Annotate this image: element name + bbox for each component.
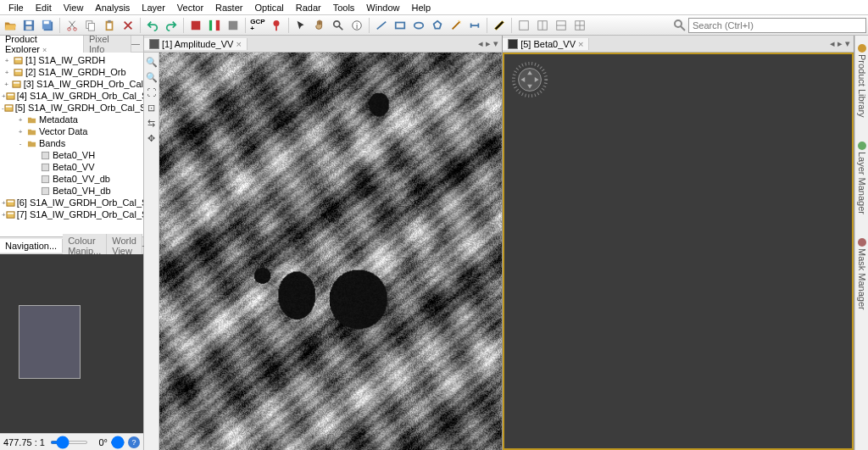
copy-icon[interactable] xyxy=(82,17,99,34)
view-menu-icon[interactable]: ▾ xyxy=(845,38,850,49)
rail-mask-manager[interactable]: Mask Manager xyxy=(856,235,868,314)
product-icon xyxy=(12,55,24,65)
pointer-icon[interactable] xyxy=(292,17,309,34)
undo-icon[interactable] xyxy=(144,17,161,34)
tree-item[interactable]: +[7] S1A_IW_GRDH_Orb_Cal_Spk_TF xyxy=(0,208,143,220)
menu-optical[interactable]: Optical xyxy=(249,2,288,14)
line-tool-icon[interactable] xyxy=(373,17,390,34)
layout2-icon[interactable] xyxy=(534,17,551,34)
tree-item[interactable]: +[2] S1A_IW_GRDH_Orb xyxy=(0,66,143,78)
tree-item[interactable]: -Bands xyxy=(0,137,143,149)
tree-item[interactable]: Beta0_VV xyxy=(0,161,143,173)
amplitude-image-view[interactable] xyxy=(159,53,502,450)
tree-item[interactable]: +Metadata xyxy=(0,114,143,125)
menu-layer[interactable]: Layer xyxy=(136,2,170,14)
gcp-icon[interactable]: GCP+ xyxy=(249,17,266,34)
view-scroll-right-icon[interactable]: ▸ xyxy=(486,38,491,49)
menu-analysis[interactable]: Analysis xyxy=(90,2,135,14)
redo-icon[interactable] xyxy=(163,17,180,34)
expand-icon[interactable]: + xyxy=(2,57,12,64)
save-all-icon[interactable] xyxy=(39,17,56,34)
menu-tools[interactable]: Tools xyxy=(328,2,360,14)
view-scroll-left-icon[interactable]: ◂ xyxy=(830,38,835,49)
search-input[interactable] xyxy=(688,18,866,33)
range-tool-icon[interactable] xyxy=(466,17,483,34)
layout3-icon[interactable] xyxy=(553,17,570,34)
hand-icon[interactable] xyxy=(311,17,328,34)
tree-item[interactable]: Beta0_VH_db xyxy=(0,185,143,197)
view-scroll-left-icon[interactable]: ◂ xyxy=(478,38,483,49)
expand-icon[interactable]: + xyxy=(15,116,25,124)
navigation-thumbnail[interactable] xyxy=(0,254,143,433)
sync-views-icon[interactable]: ⇆ xyxy=(146,117,158,129)
tree-item[interactable]: Beta0_VV_db xyxy=(0,173,143,185)
view-scroll-right-icon[interactable]: ▸ xyxy=(837,38,843,49)
zoom-1to1-icon[interactable]: ⊡ xyxy=(146,102,158,114)
tree-item[interactable]: +[3] S1A_IW_GRDH_Orb_Cal xyxy=(0,78,143,90)
pin-icon[interactable] xyxy=(268,17,285,34)
tree-item-label: [2] S1A_IW_GRDH_Orb xyxy=(25,67,126,77)
zoom-in-icon[interactable]: 🔍 xyxy=(146,56,158,68)
tree-item[interactable]: Beta0_VH xyxy=(0,149,143,161)
tree-item[interactable]: -[5] S1A_IW_GRDH_Orb_Cal_Spk_TC xyxy=(0,102,143,114)
help-icon[interactable]: ? xyxy=(128,436,140,448)
menu-vector[interactable]: Vector xyxy=(172,2,209,14)
save-icon[interactable] xyxy=(20,17,37,34)
expand-icon[interactable]: - xyxy=(15,140,25,147)
menu-file[interactable]: File xyxy=(3,2,29,14)
zoom-icon[interactable] xyxy=(330,17,347,34)
minimize-icon[interactable]: — xyxy=(131,39,140,48)
rail-layer-manager[interactable]: Layer Manager xyxy=(856,138,868,218)
product-tree[interactable]: +[1] S1A_IW_GRDH+[2] S1A_IW_GRDH_Orb+[3]… xyxy=(0,53,143,236)
ruler-icon[interactable] xyxy=(491,17,508,34)
menu-radar[interactable]: Radar xyxy=(291,2,326,14)
nav-angle-slider[interactable] xyxy=(110,441,125,444)
tab-navigation[interactable]: Navigation... xyxy=(0,239,63,253)
tree-item-label: Beta0_VH_db xyxy=(53,186,111,196)
cut-icon[interactable] xyxy=(64,17,81,34)
svg-rect-36 xyxy=(8,93,14,95)
tab-beta0-vv[interactable]: [5] Beta0_VV × xyxy=(503,38,589,50)
tree-item[interactable]: +[6] S1A_IW_GRDH_Orb_Cal_Spk_TF_TC xyxy=(0,197,143,208)
wand-tool-icon[interactable] xyxy=(448,17,465,34)
polygon-tool-icon[interactable] xyxy=(429,17,446,34)
ellipse-tool-icon[interactable] xyxy=(410,17,427,34)
delete-icon[interactable] xyxy=(120,17,136,34)
close-icon[interactable]: × xyxy=(578,39,583,49)
menu-raster[interactable]: Raster xyxy=(210,2,248,14)
paste-icon[interactable] xyxy=(101,17,118,34)
expand-icon[interactable]: + xyxy=(2,69,12,76)
layout4-icon[interactable] xyxy=(571,17,588,34)
folder-icon xyxy=(25,114,37,125)
menu-help[interactable]: Help xyxy=(406,2,436,14)
band-gray-icon[interactable] xyxy=(225,17,242,34)
band-red-icon[interactable] xyxy=(187,17,204,34)
menu-edit[interactable]: Edit xyxy=(31,2,57,14)
tree-item[interactable]: +[1] S1A_IW_GRDH xyxy=(0,54,143,66)
nav-zoom-slider[interactable] xyxy=(50,441,88,444)
band-flag-icon[interactable] xyxy=(206,17,223,34)
rail-product-library[interactable]: Product Library xyxy=(856,41,868,121)
menu-view[interactable]: View xyxy=(58,2,89,14)
zoom-full-icon[interactable]: ⛶ xyxy=(146,86,158,98)
menu-window[interactable]: Window xyxy=(361,2,404,14)
close-icon[interactable]: × xyxy=(236,39,241,49)
beta0-image-view[interactable] xyxy=(503,53,854,450)
tree-item[interactable]: +Vector Data xyxy=(0,125,143,137)
folder-icon xyxy=(25,138,37,148)
open-icon[interactable] xyxy=(2,17,19,34)
view-menu-icon[interactable]: ▾ xyxy=(493,38,498,49)
svg-rect-30 xyxy=(14,58,20,59)
expand-icon[interactable]: + xyxy=(15,128,25,136)
svg-rect-9 xyxy=(88,23,94,31)
tab-amplitude-vv[interactable]: [1] Amplitude_VV × xyxy=(144,38,248,50)
expand-icon[interactable]: + xyxy=(2,81,11,88)
cursor-sync-icon[interactable]: ✥ xyxy=(146,132,158,144)
tree-item[interactable]: +[4] S1A_IW_GRDH_Orb_Cal_Spk xyxy=(0,90,143,102)
zoom-out-icon[interactable]: 🔍 xyxy=(146,71,158,83)
compass-icon[interactable] xyxy=(509,59,550,100)
svg-point-18 xyxy=(274,19,280,25)
info-icon[interactable]: i xyxy=(348,17,365,34)
rect-tool-icon[interactable] xyxy=(392,17,409,34)
layout1-icon[interactable] xyxy=(515,17,532,34)
